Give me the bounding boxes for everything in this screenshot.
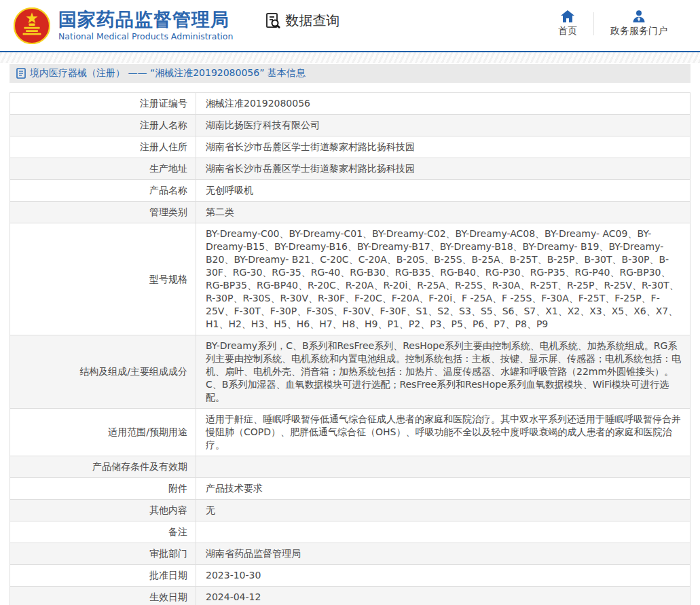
row-value: 湖南省药品监督管理局 (196, 543, 690, 565)
row-value: 湖南比扬医疗科技有限公司 (196, 115, 690, 136)
data-query-nav[interactable]: 数据查询 (264, 12, 339, 30)
stripe-texture-band (0, 52, 700, 63)
breadcrumb: 境内医疗器械（注册） —— “湘械注准20192080056” 基本信息 (10, 64, 690, 83)
data-search-icon (264, 12, 282, 30)
row-value: BY-Dreamy-C00、BY-Dreamy-C01、BY-Dreamy-C0… (196, 223, 690, 335)
row-label: 产品名称 (10, 180, 196, 202)
row-label: 其他内容 (10, 500, 196, 521)
site-subtitle: National Medical Products Administration (58, 31, 233, 41)
row-label: 审批部门 (10, 543, 196, 565)
row-value: 第二类 (196, 202, 690, 223)
row-value (196, 456, 690, 478)
table-row: 其他内容 无 (10, 500, 690, 521)
breadcrumb-text: 境内医疗器械（注册） —— “湘械注准20192080056” 基本信息 (30, 67, 306, 79)
registration-info-table-wrap: 注册证编号 湘械注准20192080056 注册人名称 湖南比扬医疗科技有限公司… (10, 92, 690, 605)
row-value: 湘械注准20192080056 (196, 93, 690, 115)
table-row: 结构及组成/主要组成成分 BY-Dreamy系列，C、B系列和ResFree系列… (10, 335, 690, 409)
user-icon (632, 10, 646, 22)
table-row: 管理类别 第二类 (10, 202, 690, 223)
row-label: 结构及组成/主要组成成分 (10, 335, 196, 409)
site-title: 国家药品监督管理局 (58, 10, 233, 30)
row-label: 附件 (10, 478, 196, 500)
row-value: 无创呼吸机 (196, 180, 690, 202)
row-value (196, 521, 690, 543)
table-row: 注册人名称 湖南比扬医疗科技有限公司 (10, 115, 690, 136)
row-value: 适用于鼾症、睡眠呼吸暂停低通气综合征成人患者的家庭和医院治疗。其中双水平系列还适… (196, 409, 690, 456)
row-label: 管理类别 (10, 202, 196, 223)
row-label: 备注 (10, 521, 196, 543)
row-label: 批准日期 (10, 565, 196, 587)
home-icon (561, 10, 574, 22)
row-value: 无 (196, 500, 690, 521)
table-row: 审批部门 湖南省药品监督管理局 (10, 543, 690, 565)
site-title-block: 国家药品监督管理局 National Medical Products Admi… (58, 10, 233, 41)
table-row: 生效日期 2024-04-12 (10, 587, 690, 605)
table-row: 型号规格 BY-Dreamy-C00、BY-Dreamy-C01、BY-Drea… (10, 223, 690, 335)
table-row: 产品储存条件及有效期 (10, 456, 690, 478)
table-row: 注册人住所 湖南省长沙市岳麓区学士街道黎家村路比扬科技园 (10, 136, 690, 158)
row-label: 注册人住所 (10, 136, 196, 158)
row-label: 型号规格 (10, 223, 196, 335)
table-row: 批准日期 2023-10-30 (10, 565, 690, 587)
site-header: 国家药品监督管理局 National Medical Products Admi… (0, 0, 700, 51)
table-row: 适用范围/预期用途 适用于鼾症、睡眠呼吸暂停低通气综合征成人患者的家庭和医院治疗… (10, 409, 690, 456)
document-icon (16, 68, 26, 79)
table-row: 生产地址 湖南省长沙市岳麓区学士街道黎家村路比扬科技园 (10, 158, 690, 180)
table-row: 备注 (10, 521, 690, 543)
info-table-body: 注册证编号 湘械注准20192080056 注册人名称 湖南比扬医疗科技有限公司… (10, 93, 690, 605)
row-label: 注册证编号 (10, 93, 196, 115)
table-row: 附件 产品技术要求 (10, 478, 690, 500)
table-row: 注册证编号 湘械注准20192080056 (10, 93, 690, 115)
main-content: 境内医疗器械（注册） —— “湘械注准20192080056” 基本信息 注册证… (0, 64, 700, 605)
row-label: 注册人名称 (10, 115, 196, 136)
row-value: 产品技术要求 (196, 478, 690, 500)
row-label: 产品储存条件及有效期 (10, 456, 196, 478)
row-label: 生效日期 (10, 587, 196, 605)
row-label: 适用范围/预期用途 (10, 409, 196, 456)
nav-item-portal[interactable]: 政务服务门户 (594, 10, 684, 37)
nav-item-home[interactable]: 首页 (542, 10, 593, 37)
registration-info-table: 注册证编号 湘械注准20192080056 注册人名称 湖南比扬医疗科技有限公司… (10, 92, 690, 605)
row-value: 湖南省长沙市岳麓区学士街道黎家村路比扬科技园 (196, 158, 690, 180)
row-label: 生产地址 (10, 158, 196, 180)
row-value: 湖南省长沙市岳麓区学士街道黎家村路比扬科技园 (196, 136, 690, 158)
national-emblem-logo (14, 7, 50, 44)
table-row: 产品名称 无创呼吸机 (10, 180, 690, 202)
row-value: 2023-10-30 (196, 565, 690, 587)
row-value: 2024-04-12 (196, 587, 690, 605)
row-value: BY-Dreamy系列，C、B系列和ResFree系列、ResHope系列主要由… (196, 335, 690, 409)
data-query-label: 数据查询 (285, 12, 339, 30)
nav-portal-label: 政务服务门户 (610, 25, 667, 37)
nav-home-label: 首页 (558, 25, 577, 37)
header-nav: 首页 政务服务门户 (542, 10, 684, 37)
